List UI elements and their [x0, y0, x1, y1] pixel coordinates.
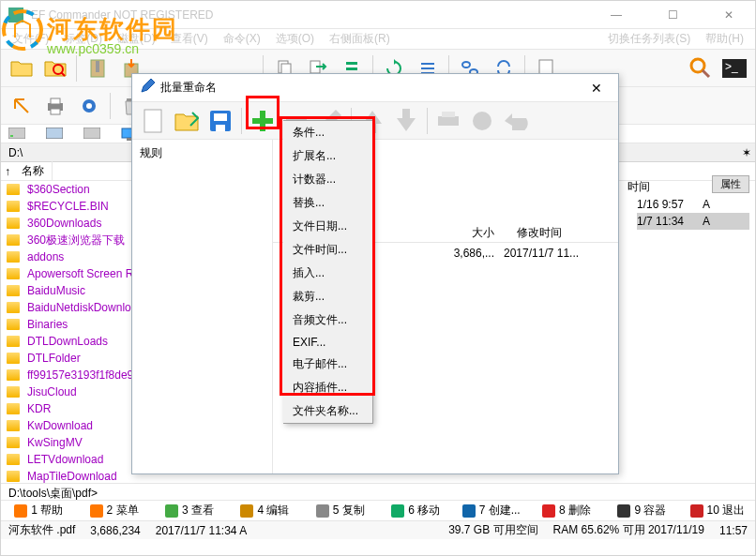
svg-rect-23 [51, 98, 60, 104]
ctx-item[interactable]: 文件时间... [283, 238, 372, 262]
terminal-icon[interactable]: >_ [719, 53, 749, 83]
col-size[interactable]: 大小 [440, 223, 506, 243]
svg-point-26 [86, 103, 92, 109]
maximize-button[interactable]: ☐ [654, 2, 691, 28]
folder-icon[interactable] [7, 53, 37, 83]
print-icon[interactable] [40, 91, 70, 121]
updir-icon[interactable]: ↑ [1, 165, 14, 178]
fn-5[interactable]: 5 复制 [303, 501, 378, 520]
drive-e-icon[interactable] [83, 128, 98, 141]
arrow-up-left-icon[interactable] [7, 91, 37, 121]
fn-4[interactable]: 4 编辑 [227, 501, 302, 520]
open-folder-icon[interactable] [172, 106, 202, 136]
svg-rect-24 [51, 109, 60, 114]
folder-icon [7, 386, 20, 398]
pencil-icon [140, 79, 155, 97]
folder-icon [7, 420, 20, 431]
dialog-title: 批量重命名 [155, 80, 582, 96]
folder-icon [7, 302, 20, 313]
dialog-titlebar: 批量重命名 ✕ [132, 74, 618, 102]
right-panel-rows: 1/16 9:57A1/7 11:34A [637, 196, 749, 230]
fn-3[interactable]: 3 查看 [152, 501, 227, 520]
dialog-toolbar [132, 102, 618, 140]
svg-rect-46 [214, 113, 227, 121]
fn-1[interactable]: 1 帮助 [1, 501, 76, 520]
command-line[interactable]: D:\tools\桌面\pdf> [1, 483, 755, 500]
svg-rect-30 [46, 128, 63, 139]
fn-6[interactable]: 6 移动 [378, 501, 453, 520]
file-name: KDR [27, 402, 51, 415]
function-bar: 1 帮助2 菜单3 查看4 编辑5 复制6 移动7 创建...8 删除9 容器1… [1, 500, 755, 520]
close-button[interactable]: ✕ [710, 2, 748, 28]
minimize-button[interactable]: — [597, 2, 635, 28]
fn-9[interactable]: 9 容器 [604, 501, 679, 520]
file-name: BaiduMusic [27, 284, 85, 297]
fn-10[interactable]: 10 退出 [680, 501, 755, 520]
file-name: KwSingMV [27, 436, 83, 449]
svg-rect-38 [316, 504, 329, 518]
folder-icon [7, 437, 20, 448]
menu-cmd[interactable]: 命令(X) [218, 29, 266, 49]
menu-rightpanel[interactable]: 右侧面板(R) [324, 29, 396, 49]
svg-rect-13 [421, 68, 434, 69]
file-name: 360Downloads [27, 217, 101, 230]
add-context-menu: 条件...扩展名...计数器...替换...文件日期...文件时间...插入..… [283, 120, 373, 424]
ctx-item[interactable]: 电子邮件... [283, 353, 372, 376]
down-icon [391, 106, 421, 136]
ctx-item[interactable]: 插入... [283, 262, 372, 285]
folder-icon [7, 403, 20, 414]
svg-text:>_: >_ [725, 60, 738, 73]
fn-2[interactable]: 2 菜单 [76, 501, 151, 520]
col-name[interactable]: 名称 [14, 161, 53, 181]
ctx-item[interactable]: 裁剪... [283, 285, 372, 308]
properties-button[interactable]: 属性 [712, 175, 749, 193]
ctx-item[interactable]: 替换... [283, 191, 372, 215]
drive-c-icon[interactable] [8, 128, 23, 141]
menu-disk[interactable]: 磁盘(D) [112, 29, 161, 49]
svg-rect-4 [96, 61, 99, 72]
ctx-item[interactable]: 扩展名... [283, 144, 372, 168]
folder-icon [7, 353, 20, 364]
menu-tab[interactable]: 标签(D) [58, 29, 108, 49]
svg-rect-36 [165, 504, 178, 518]
fn-7[interactable]: 7 创建... [453, 501, 528, 520]
svg-rect-41 [542, 504, 555, 518]
search-icon[interactable] [686, 53, 716, 83]
record-icon [467, 106, 497, 136]
table-row[interactable]: 1/7 11:34A [637, 213, 749, 230]
svg-rect-0 [8, 8, 23, 23]
gear-icon[interactable] [74, 91, 104, 121]
svg-rect-51 [438, 116, 459, 126]
ctx-item[interactable]: 文件日期... [283, 215, 372, 238]
dialog-close-button[interactable]: ✕ [582, 81, 611, 96]
svg-rect-28 [8, 128, 25, 139]
add-icon[interactable] [248, 106, 278, 136]
col-time[interactable]: 时间 [627, 179, 650, 195]
svg-rect-43 [690, 504, 703, 518]
save-icon[interactable] [205, 106, 235, 136]
col-mtime[interactable]: 修改时间 [506, 223, 618, 243]
ctx-item[interactable]: 计数器... [283, 168, 372, 191]
favorite-icon[interactable]: ✶ [742, 146, 751, 159]
menu-tasklist[interactable]: 切换任务列表(S) [602, 29, 696, 49]
drive-d-icon[interactable] [46, 128, 61, 141]
menu-view[interactable]: 查看(V) [165, 29, 214, 49]
svg-rect-49 [252, 118, 273, 124]
folder-icon [7, 319, 20, 330]
printer-icon [433, 106, 463, 136]
ctx-item[interactable]: 条件... [283, 121, 372, 144]
fn-8[interactable]: 8 删除 [529, 501, 604, 520]
archive-icon[interactable] [83, 53, 113, 83]
status-bar: 河东软件 .pdf 3,686,234 2017/11/7 11:34 A 39… [1, 520, 755, 539]
ctx-item[interactable]: 音频文件... [283, 308, 372, 332]
search-folder-icon[interactable] [40, 53, 70, 83]
table-row[interactable]: 1/16 9:57A [637, 196, 749, 213]
new-doc-icon[interactable] [138, 106, 168, 136]
menu-options[interactable]: 选项(O) [270, 29, 320, 49]
ctx-item[interactable]: 内容插件... [283, 376, 372, 399]
folder-icon [7, 285, 20, 296]
ctx-item[interactable]: EXIF... [283, 332, 372, 353]
ctx-item[interactable]: 文件夹名称... [283, 399, 372, 423]
menu-file[interactable]: 文件(F) [7, 29, 54, 49]
menu-help[interactable]: 帮助(H) [700, 29, 749, 49]
